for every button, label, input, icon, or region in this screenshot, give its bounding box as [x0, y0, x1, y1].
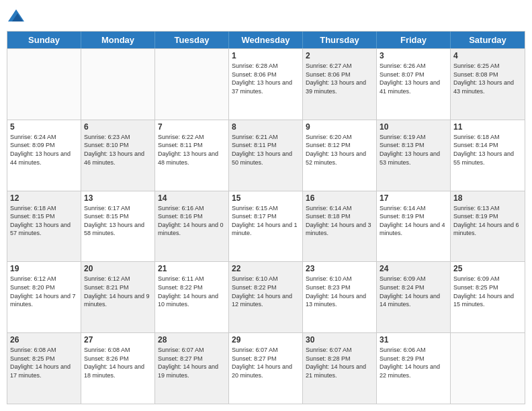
day-number: 24	[380, 264, 447, 273]
day-info: Sunrise: 6:06 AM Sunset: 8:29 PM Dayligh…	[380, 346, 447, 379]
day-number: 3	[380, 51, 447, 60]
day-info: Sunrise: 6:07 AM Sunset: 8:28 PM Dayligh…	[306, 346, 373, 379]
day-number: 28	[158, 335, 226, 345]
day-info: Sunrise: 6:18 AM Sunset: 8:15 PM Dayligh…	[10, 204, 78, 238]
day-number: 18	[453, 193, 522, 203]
calendar-body: 1Sunrise: 6:28 AM Sunset: 8:06 PM Daylig…	[7, 48, 525, 404]
calendar-row-2: 5Sunrise: 6:24 AM Sunset: 8:09 PM Daylig…	[7, 120, 525, 191]
calendar-cell-day-20: 20Sunrise: 6:12 AM Sunset: 8:21 PM Dayli…	[81, 262, 155, 332]
calendar-cell-day-15: 15Sunrise: 6:15 AM Sunset: 8:17 PM Dayli…	[229, 191, 303, 262]
day-info: Sunrise: 6:24 AM Sunset: 8:09 PM Dayligh…	[10, 133, 78, 167]
calendar-cell-day-17: 17Sunrise: 6:14 AM Sunset: 8:19 PM Dayli…	[377, 191, 451, 262]
day-info: Sunrise: 6:21 AM Sunset: 8:11 PM Dayligh…	[232, 133, 300, 167]
calendar-cell-day-7: 7Sunrise: 6:22 AM Sunset: 8:11 PM Daylig…	[155, 120, 229, 191]
day-number: 2	[306, 51, 373, 60]
day-number: 1	[232, 51, 300, 60]
day-number: 13	[84, 193, 152, 203]
calendar-cell-day-27: 27Sunrise: 6:08 AM Sunset: 8:26 PM Dayli…	[81, 333, 155, 404]
day-info: Sunrise: 6:07 AM Sunset: 8:27 PM Dayligh…	[232, 346, 300, 379]
day-info: Sunrise: 6:27 AM Sunset: 8:06 PM Dayligh…	[306, 62, 373, 95]
day-info: Sunrise: 6:11 AM Sunset: 8:22 PM Dayligh…	[158, 275, 226, 308]
day-info: Sunrise: 6:19 AM Sunset: 8:13 PM Dayligh…	[380, 133, 447, 167]
calendar-cell-day-11: 11Sunrise: 6:18 AM Sunset: 8:14 PM Dayli…	[451, 120, 525, 191]
calendar-cell-day-13: 13Sunrise: 6:17 AM Sunset: 8:15 PM Dayli…	[81, 191, 155, 262]
calendar-cell-day-5: 5Sunrise: 6:24 AM Sunset: 8:09 PM Daylig…	[7, 120, 81, 191]
day-info: Sunrise: 6:13 AM Sunset: 8:19 PM Dayligh…	[453, 204, 522, 238]
calendar-cell-day-6: 6Sunrise: 6:23 AM Sunset: 8:10 PM Daylig…	[81, 120, 155, 191]
calendar-cell-empty	[81, 49, 155, 120]
day-info: Sunrise: 6:22 AM Sunset: 8:11 PM Dayligh…	[158, 133, 226, 167]
day-number: 14	[158, 193, 226, 203]
day-number: 5	[10, 122, 78, 132]
calendar-cell-day-29: 29Sunrise: 6:07 AM Sunset: 8:27 PM Dayli…	[229, 333, 303, 404]
day-info: Sunrise: 6:20 AM Sunset: 8:12 PM Dayligh…	[306, 133, 373, 167]
calendar-cell-day-8: 8Sunrise: 6:21 AM Sunset: 8:11 PM Daylig…	[229, 120, 303, 191]
calendar-cell-empty	[7, 49, 81, 120]
calendar: SundayMondayTuesdayWednesdayThursdayFrid…	[7, 31, 525, 404]
header-cell-wednesday: Wednesday	[229, 32, 303, 48]
day-info: Sunrise: 6:14 AM Sunset: 8:18 PM Dayligh…	[306, 204, 373, 238]
calendar-cell-day-22: 22Sunrise: 6:10 AM Sunset: 8:22 PM Dayli…	[229, 262, 303, 332]
day-number: 7	[158, 122, 226, 132]
logo	[7, 7, 26, 26]
day-number: 8	[232, 122, 300, 132]
calendar-cell-day-18: 18Sunrise: 6:13 AM Sunset: 8:19 PM Dayli…	[451, 191, 525, 262]
day-info: Sunrise: 6:10 AM Sunset: 8:23 PM Dayligh…	[306, 275, 373, 308]
calendar-header: SundayMondayTuesdayWednesdayThursdayFrid…	[7, 32, 525, 48]
calendar-cell-day-21: 21Sunrise: 6:11 AM Sunset: 8:22 PM Dayli…	[155, 262, 229, 332]
calendar-cell-day-31: 31Sunrise: 6:06 AM Sunset: 8:29 PM Dayli…	[377, 333, 451, 404]
day-number: 17	[380, 193, 447, 203]
header	[7, 7, 525, 26]
day-number: 12	[10, 193, 78, 203]
day-number: 30	[306, 335, 373, 345]
calendar-cell-day-2: 2Sunrise: 6:27 AM Sunset: 8:06 PM Daylig…	[303, 49, 377, 120]
day-number: 25	[453, 264, 522, 273]
day-info: Sunrise: 6:09 AM Sunset: 8:25 PM Dayligh…	[453, 275, 522, 308]
calendar-cell-day-4: 4Sunrise: 6:25 AM Sunset: 8:08 PM Daylig…	[451, 49, 525, 120]
day-info: Sunrise: 6:07 AM Sunset: 8:27 PM Dayligh…	[158, 346, 226, 379]
day-number: 22	[232, 264, 300, 273]
day-number: 11	[453, 122, 522, 132]
calendar-cell-day-3: 3Sunrise: 6:26 AM Sunset: 8:07 PM Daylig…	[377, 49, 451, 120]
day-number: 23	[306, 264, 373, 273]
calendar-cell-day-30: 30Sunrise: 6:07 AM Sunset: 8:28 PM Dayli…	[303, 333, 377, 404]
header-cell-tuesday: Tuesday	[155, 32, 229, 48]
day-info: Sunrise: 6:15 AM Sunset: 8:17 PM Dayligh…	[232, 204, 300, 238]
calendar-cell-day-23: 23Sunrise: 6:10 AM Sunset: 8:23 PM Dayli…	[303, 262, 377, 332]
calendar-cell-empty	[451, 333, 525, 404]
calendar-row-3: 12Sunrise: 6:18 AM Sunset: 8:15 PM Dayli…	[7, 191, 525, 262]
day-info: Sunrise: 6:12 AM Sunset: 8:20 PM Dayligh…	[10, 275, 78, 308]
day-info: Sunrise: 6:08 AM Sunset: 8:26 PM Dayligh…	[84, 346, 152, 379]
calendar-row-4: 19Sunrise: 6:12 AM Sunset: 8:20 PM Dayli…	[7, 261, 525, 332]
day-number: 26	[10, 335, 78, 345]
calendar-cell-day-16: 16Sunrise: 6:14 AM Sunset: 8:18 PM Dayli…	[303, 191, 377, 262]
day-number: 6	[84, 122, 152, 132]
day-info: Sunrise: 6:17 AM Sunset: 8:15 PM Dayligh…	[84, 204, 152, 238]
header-cell-thursday: Thursday	[303, 32, 377, 48]
day-number: 9	[306, 122, 373, 132]
header-cell-sunday: Sunday	[7, 32, 81, 48]
day-number: 21	[158, 264, 226, 273]
day-info: Sunrise: 6:12 AM Sunset: 8:21 PM Dayligh…	[84, 275, 152, 308]
day-number: 20	[84, 264, 152, 273]
calendar-cell-day-25: 25Sunrise: 6:09 AM Sunset: 8:25 PM Dayli…	[451, 262, 525, 332]
calendar-row-5: 26Sunrise: 6:08 AM Sunset: 8:25 PM Dayli…	[7, 332, 525, 404]
calendar-cell-day-9: 9Sunrise: 6:20 AM Sunset: 8:12 PM Daylig…	[303, 120, 377, 191]
calendar-row-1: 1Sunrise: 6:28 AM Sunset: 8:06 PM Daylig…	[7, 48, 525, 120]
day-info: Sunrise: 6:08 AM Sunset: 8:25 PM Dayligh…	[10, 346, 78, 379]
logo-icon	[7, 7, 26, 26]
day-number: 4	[453, 51, 522, 60]
day-number: 31	[380, 335, 447, 345]
header-cell-friday: Friday	[377, 32, 451, 48]
day-info: Sunrise: 6:25 AM Sunset: 8:08 PM Dayligh…	[453, 62, 522, 95]
calendar-cell-day-1: 1Sunrise: 6:28 AM Sunset: 8:06 PM Daylig…	[229, 49, 303, 120]
day-info: Sunrise: 6:09 AM Sunset: 8:24 PM Dayligh…	[380, 275, 447, 308]
calendar-cell-day-24: 24Sunrise: 6:09 AM Sunset: 8:24 PM Dayli…	[377, 262, 451, 332]
calendar-cell-empty	[155, 49, 229, 120]
day-number: 16	[306, 193, 373, 203]
day-info: Sunrise: 6:16 AM Sunset: 8:16 PM Dayligh…	[158, 204, 226, 238]
day-info: Sunrise: 6:28 AM Sunset: 8:06 PM Dayligh…	[232, 62, 300, 95]
day-number: 27	[84, 335, 152, 345]
day-info: Sunrise: 6:26 AM Sunset: 8:07 PM Dayligh…	[380, 62, 447, 95]
day-number: 15	[232, 193, 300, 203]
